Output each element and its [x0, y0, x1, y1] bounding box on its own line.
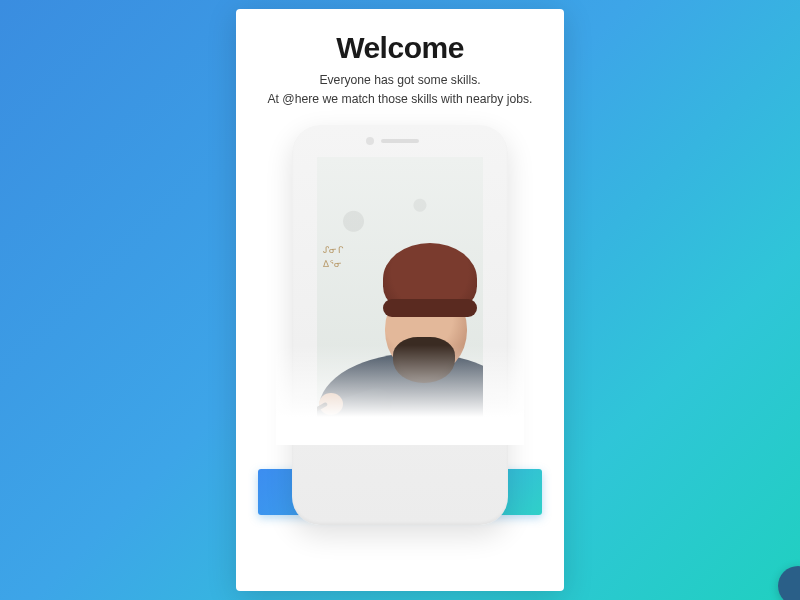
page-title: Welcome — [336, 31, 464, 65]
phone-speaker-icon — [381, 139, 419, 143]
hero-illustration: ᔑᓂᒋᐃᕐᓂ — [276, 125, 524, 445]
onboarding-card: Welcome Everyone has got some skills. At… — [236, 9, 564, 591]
subtitle-line-1: Everyone has got some skills. — [319, 71, 480, 90]
phone-mockup-frame: ᔑᓂᒋᐃᕐᓂ — [292, 125, 508, 525]
help-bubble-icon[interactable] — [778, 566, 800, 600]
subtitle-line-2: At @here we match those skills with near… — [267, 90, 532, 109]
phone-camera-icon — [366, 137, 374, 145]
